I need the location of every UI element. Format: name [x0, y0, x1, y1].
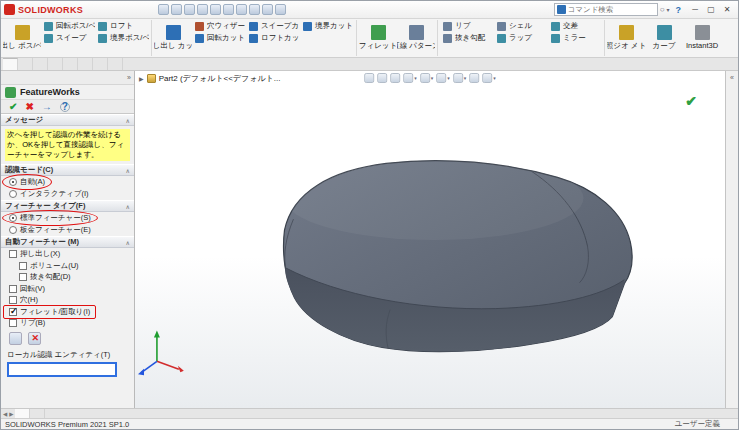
- minimize-button[interactable]: ─: [687, 3, 703, 17]
- draft-button[interactable]: 抜き勾配: [440, 32, 494, 44]
- zoom-area-icon[interactable]: [377, 73, 387, 83]
- instant3d-button[interactable]: Instant3D: [683, 20, 721, 56]
- shell-button[interactable]: シェル: [494, 20, 548, 32]
- radio-interactive[interactable]: インタラクティブ(I): [1, 188, 134, 200]
- radio-automatic[interactable]: 自動(A): [1, 176, 134, 188]
- pane-flyout-chevron-icon[interactable]: »: [127, 74, 131, 81]
- dropdown-chevron-icon[interactable]: ▾: [464, 75, 467, 81]
- dropdown-chevron-icon[interactable]: ▾: [493, 75, 496, 81]
- ok-button[interactable]: ✔: [9, 101, 17, 112]
- section-view-icon[interactable]: ▾: [403, 73, 417, 83]
- tab-nav-prev-icon[interactable]: ◀: [3, 411, 7, 417]
- design-library-icon[interactable]: [727, 97, 737, 107]
- appearances-icon[interactable]: [727, 136, 737, 146]
- checkbox-icon[interactable]: [19, 262, 27, 270]
- local-recognition-entity-listbox[interactable]: [7, 362, 117, 377]
- loft-cut-button[interactable]: ロフトカット: [246, 32, 300, 44]
- recognize-features-button[interactable]: [9, 332, 22, 345]
- print-icon[interactable]: [197, 4, 208, 15]
- loft-boss-button[interactable]: ロフト: [95, 20, 149, 32]
- search-dropdown-chevron-icon[interactable]: ▾: [666, 6, 669, 13]
- previous-view-icon[interactable]: [390, 73, 400, 83]
- scene-icon[interactable]: ▾: [482, 73, 496, 83]
- radio-standard-features[interactable]: 標準フィーチャー(S): [1, 212, 134, 224]
- dropdown-chevron-icon[interactable]: ▾: [414, 75, 417, 81]
- file-properties-icon[interactable]: [262, 4, 273, 15]
- mirror-button[interactable]: ミラー: [548, 32, 602, 44]
- fillet-button[interactable]: フィレット: [359, 20, 397, 56]
- display-style-icon[interactable]: ▾: [436, 73, 450, 83]
- tab-features[interactable]: [3, 58, 18, 70]
- select-icon[interactable]: [236, 4, 247, 15]
- reference-geometry-button[interactable]: 参照ジオ メトリ: [607, 20, 645, 56]
- menu-bookmark-star[interactable]: [144, 8, 152, 12]
- help-icon[interactable]: ?: [672, 5, 686, 15]
- graphics-viewport[interactable]: ▶ Part2 (デフォルト<<デフォルト... ▾: [135, 71, 725, 408]
- tab-model[interactable]: [15, 409, 30, 418]
- auto-features-group-header[interactable]: 自動フィーチャー (M) ∧: [1, 236, 134, 248]
- display-manager-tab[interactable]: [56, 73, 66, 83]
- menu-file[interactable]: [90, 8, 98, 12]
- radio-sheetmetal-features[interactable]: 板金フィーチャー(E): [1, 224, 134, 236]
- task-pane-collapse-chevron-icon[interactable]: «: [730, 74, 734, 81]
- tab-nav-next-icon[interactable]: ▶: [9, 411, 13, 417]
- menu-insert[interactable]: [117, 8, 125, 12]
- checkbox-fillet-chamfer[interactable]: フィレット/面取り(I): [1, 306, 134, 318]
- tab-solidworks-cam-tbm[interactable]: [108, 58, 123, 70]
- cancel-button[interactable]: ✖: [25, 101, 33, 112]
- message-group-header[interactable]: メッセージ ∧: [1, 114, 134, 126]
- confirmation-corner-ok-button[interactable]: ✔: [685, 93, 697, 109]
- linear-pattern-button[interactable]: 直線 パターン: [397, 20, 435, 56]
- boundary-cut-button[interactable]: 境界カット: [300, 20, 354, 32]
- checkbox-icon[interactable]: [9, 250, 17, 258]
- custom-properties-icon[interactable]: [727, 149, 737, 159]
- undo-icon[interactable]: [210, 4, 221, 15]
- open-icon[interactable]: [171, 4, 182, 15]
- menu-view[interactable]: [108, 8, 116, 12]
- menu-edit[interactable]: [99, 8, 107, 12]
- magnifier-icon[interactable]: ○: [660, 5, 665, 14]
- view-palette-icon[interactable]: [727, 123, 737, 133]
- radio-icon[interactable]: [9, 226, 17, 234]
- sweep-cut-button[interactable]: スイープカット: [246, 20, 300, 32]
- rebuild-icon[interactable]: [249, 4, 260, 15]
- edit-appearance-icon[interactable]: [469, 73, 479, 83]
- checkbox-icon[interactable]: [9, 319, 17, 327]
- delete-recognized-features-button[interactable]: [28, 332, 41, 345]
- tab-solidworks-addins[interactable]: [78, 58, 93, 70]
- radio-icon[interactable]: [9, 178, 17, 186]
- menu-tools[interactable]: [126, 8, 134, 12]
- revolve-boss-button[interactable]: 回転ボス/ベース: [41, 20, 95, 32]
- tab-sketch[interactable]: [18, 58, 33, 70]
- 3d-model-canvas[interactable]: [135, 71, 725, 408]
- dropdown-chevron-icon[interactable]: ▾: [431, 75, 434, 81]
- recognition-mode-group-header[interactable]: 認識モード(C) ∧: [1, 164, 134, 176]
- extrude-cut-button[interactable]: 押し出し カット: [154, 20, 192, 56]
- home-icon[interactable]: [727, 84, 737, 94]
- rib-button[interactable]: リブ: [440, 20, 494, 32]
- propertymanager-tab[interactable]: [17, 73, 27, 83]
- radio-icon[interactable]: [9, 190, 17, 198]
- revolve-cut-button[interactable]: 回転カット: [192, 32, 246, 44]
- checkbox-revolve[interactable]: 回転(V): [1, 283, 134, 295]
- menu-window[interactable]: [135, 8, 143, 12]
- checkbox-draft[interactable]: 抜き勾配(D): [1, 271, 134, 283]
- intersect-button[interactable]: 交差: [548, 20, 602, 32]
- search-input[interactable]: [568, 5, 655, 14]
- sweep-boss-button[interactable]: スイープ: [41, 32, 95, 44]
- next-button[interactable]: →: [42, 101, 52, 112]
- tab-evaluate[interactable]: [48, 58, 63, 70]
- checkbox-extrude[interactable]: 押し出し(X): [1, 248, 134, 260]
- tab-mbd-dimension[interactable]: [63, 58, 78, 70]
- configuration-manager-tab[interactable]: [30, 73, 40, 83]
- checkbox-icon[interactable]: [9, 308, 17, 316]
- checkbox-icon[interactable]: [19, 273, 27, 281]
- flyout-feature-tree[interactable]: ▶ Part2 (デフォルト<<デフォルト...: [139, 73, 281, 84]
- zoom-fit-icon[interactable]: [364, 73, 374, 83]
- maximize-button[interactable]: ▢: [703, 3, 719, 17]
- wrap-button[interactable]: ラップ: [494, 32, 548, 44]
- radio-icon[interactable]: [9, 214, 17, 222]
- tab-solidworks-cam[interactable]: [93, 58, 108, 70]
- checkbox-icon[interactable]: [9, 296, 17, 304]
- extrude-boss-button[interactable]: 押し出し ボス/ベース: [3, 20, 41, 56]
